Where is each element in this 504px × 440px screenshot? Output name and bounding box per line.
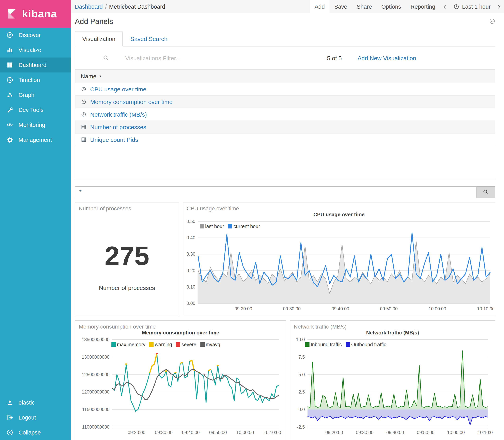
sidebar-item-dashboard[interactable]: Dashboard	[0, 57, 71, 72]
timelion-icon	[6, 76, 13, 83]
legend-swatch	[228, 224, 232, 228]
svg-text:09:50:00: 09:50:00	[417, 430, 435, 435]
sidebar-item-label: Management	[18, 137, 52, 143]
legend-item-last-hour[interactable]: last hour	[200, 224, 224, 229]
chart-title: CPU usage over time	[183, 212, 495, 218]
legend-item-outbound-traffic[interactable]: Outbound traffic	[346, 342, 386, 347]
dashboard-panel-number-of-processes: Number of processes 275 Number of proces…	[75, 202, 179, 316]
svg-text:13000000000: 13000000000	[82, 355, 109, 360]
svg-text:10:10:00: 10:10:00	[477, 306, 492, 311]
discover-icon	[6, 31, 13, 39]
add-button[interactable]: Add	[310, 0, 330, 13]
dashboard-panel-cpu-usage: CPU usage over time CPU usage over time …	[183, 202, 495, 316]
sidebar-item-elastic-user[interactable]: elastic	[0, 395, 71, 410]
network-chart[interactable]: Inbound trafficOutbound traffic -2.50.02…	[292, 336, 492, 439]
svg-text:0.30: 0.30	[186, 251, 195, 257]
clock-icon	[81, 111, 87, 117]
legend-item-max-memory[interactable]: max memory	[111, 342, 145, 347]
list-item-label: Number of processes	[90, 124, 146, 130]
panel-title[interactable]: Memory consumption over time	[79, 323, 156, 330]
content: Add Panels Visualization Saved Search 5 …	[75, 13, 495, 440]
table-icon	[81, 124, 87, 130]
legend-swatch	[176, 342, 180, 347]
dashboard-row-2: Memory consumption over time Memory cons…	[75, 320, 495, 440]
sidebar-item-label: Logout	[18, 414, 36, 421]
legend-swatch	[346, 342, 350, 347]
chart-legend: max memorywarningseveremvavg	[111, 342, 220, 347]
clock-icon	[81, 99, 87, 105]
logout-icon	[6, 414, 13, 421]
metric-value: 275	[75, 240, 179, 271]
memory-chart[interactable]: max memorywarningseveremvavg 11000000000…	[78, 336, 283, 439]
sidebar-item-collapse[interactable]: Collapse	[0, 425, 71, 440]
sidebar-item-dev-tools[interactable]: Dev Tools	[0, 102, 71, 117]
query-search-button[interactable]	[477, 186, 495, 198]
options-button[interactable]: Options	[377, 0, 406, 13]
svg-text:10:00:00: 10:00:00	[447, 430, 465, 435]
kibana-logo[interactable]: kibana	[0, 0, 71, 28]
sidebar-item-visualize[interactable]: Visualize	[0, 42, 71, 57]
legend-item-inbound-traffic[interactable]: Inbound traffic	[305, 342, 342, 347]
legend-item-mvavg[interactable]: mvavg	[200, 342, 220, 347]
dashboard-row-1: Number of processes 275 Number of proces…	[75, 202, 495, 316]
sidebar-item-label: Dev Tools	[18, 107, 43, 113]
save-button[interactable]: Save	[330, 0, 352, 13]
tab-visualization[interactable]: Visualization	[75, 31, 123, 46]
breadcrumb-dashboard-link[interactable]: Dashboard	[75, 3, 103, 10]
svg-text:0.20: 0.20	[186, 268, 195, 273]
svg-text:09:50:00: 09:50:00	[380, 306, 398, 311]
list-item-network-traffic[interactable]: Network traffic (MB/s)	[75, 108, 495, 121]
legend-item-severe[interactable]: severe	[176, 342, 196, 347]
visualize-icon	[6, 46, 13, 54]
dashboard-panel-network-traffic: Network traffic (MB/s) Network traffic (…	[290, 320, 495, 440]
time-back-button[interactable]	[440, 0, 450, 13]
time-forward-button[interactable]	[494, 0, 504, 13]
svg-text:0.40: 0.40	[186, 235, 195, 240]
cpu-chart[interactable]: last hourcurrent hour 0.000.100.200.300.…	[186, 218, 492, 314]
svg-text:09:50:00: 09:50:00	[209, 430, 227, 435]
visualization-filter-row: 5 of 5 Add New Visualization	[75, 46, 495, 69]
sidebar-item-graph[interactable]: Graph	[0, 87, 71, 102]
tab-saved-search[interactable]: Saved Search	[123, 31, 175, 46]
table-header-name[interactable]: Name ▲	[75, 69, 495, 83]
time-picker[interactable]: Last 1 hour	[450, 0, 494, 13]
sidebar-item-logout[interactable]: Logout	[0, 410, 71, 425]
add-new-visualization-link[interactable]: Add New Visualization	[358, 55, 416, 61]
clock-icon	[453, 3, 460, 10]
sidebar-item-label: Dashboard	[18, 62, 46, 68]
topbar: Dashboard / Metricbeat Dashboard Add Sav…	[71, 0, 504, 13]
add-panels-tabs: Visualization Saved Search	[75, 31, 495, 46]
list-item-number-of-processes[interactable]: Number of processes	[75, 121, 495, 134]
sidebar-item-monitoring[interactable]: Monitoring	[0, 117, 71, 132]
table-header-label: Name	[81, 73, 96, 80]
panel-title[interactable]: Number of processes	[79, 205, 131, 212]
list-item-memory-consumption[interactable]: Memory consumption over time	[75, 96, 495, 108]
svg-text:09:20:00: 09:20:00	[235, 306, 252, 311]
time-picker-label: Last 1 hour	[462, 3, 491, 10]
sidebar-item-management[interactable]: Management	[0, 132, 71, 147]
svg-text:0.0: 0.0	[298, 407, 305, 412]
svg-text:0.50: 0.50	[186, 219, 195, 224]
panel-title[interactable]: CPU usage over time	[187, 205, 239, 212]
sidebar-item-discover[interactable]: Discover	[0, 28, 71, 42]
memory-chart-canvas: 1100000000011500000000120000000001250000…	[78, 336, 283, 439]
visualizations-filter-input[interactable]	[124, 54, 311, 62]
legend-item-warning[interactable]: warning	[149, 342, 172, 347]
svg-text:0.10: 0.10	[186, 284, 195, 289]
metric-label: Number of processes	[75, 284, 179, 291]
collapse-panel-button[interactable]	[489, 18, 495, 24]
share-button[interactable]: Share	[352, 0, 377, 13]
reporting-button[interactable]: Reporting	[406, 0, 440, 13]
sidebar: kibana Discover Visualize Dashboard Time…	[0, 0, 71, 440]
sort-asc-icon: ▲	[99, 74, 102, 78]
sidebar-item-timelion[interactable]: Timelion	[0, 72, 71, 87]
svg-text:7.5: 7.5	[298, 355, 305, 360]
panel-title[interactable]: Network traffic (MB/s)	[294, 323, 347, 330]
list-item-unique-count-pids[interactable]: Unique count Pids	[75, 134, 495, 146]
legend-item-current-hour[interactable]: current hour	[228, 224, 260, 229]
svg-text:09:30:00: 09:30:00	[356, 430, 374, 435]
wrench-icon	[6, 106, 13, 113]
query-input[interactable]	[75, 186, 477, 198]
list-item-cpu-usage[interactable]: CPU usage over time	[75, 83, 495, 96]
sidebar-item-label: Graph	[18, 92, 34, 98]
